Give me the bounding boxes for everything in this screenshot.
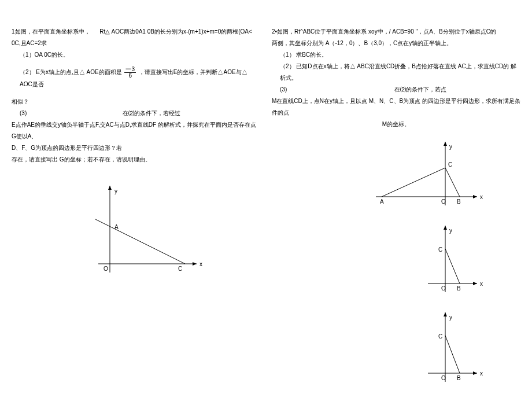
- p2-line2-text: 两侧，其坐标分别为 A（-12，0）、B（3,0），C点在y轴的正半轴上。: [272, 40, 452, 46]
- right-figure2-container: y x O B C: [272, 217, 520, 301]
- svg-text:C: C: [438, 246, 442, 253]
- p1-mid-text: Rt△ AOC两边0A1 0B的长分别为x-(m+1)x+m=0的两根(OA<: [99, 28, 252, 35]
- q2c-line2-text: M的坐标。: [382, 121, 410, 127]
- q2b-text: （2） 已知D点在x轴上，将△ ABC沿直线CD折叠，B点恰好落在直线 AC上，…: [280, 63, 516, 81]
- right-figure2-svg: y x O B C: [370, 217, 486, 301]
- svg-text:B: B: [457, 285, 461, 292]
- svg-line-26: [445, 249, 460, 283]
- svg-text:x: x: [480, 194, 483, 200]
- q2a-text: （1） 求BC的长。: [280, 51, 327, 58]
- svg-text:y: y: [449, 314, 452, 321]
- q1c-line1: E点作AE的垂线交y轴负半轴于点F,交AC与点D,求直线DF 的解析式，并探究在…: [12, 119, 260, 142]
- svg-text:C: C: [438, 333, 442, 340]
- svg-text:A: A: [380, 198, 384, 205]
- svg-marker-33: [473, 371, 477, 375]
- q1c-label-line: (3) 在⑵的条件下，若经过: [12, 108, 260, 119]
- svg-text:C: C: [448, 161, 452, 168]
- fraction-denominator: 6: [124, 73, 136, 79]
- q1a-line: （1）OA 0C的长。: [12, 49, 260, 61]
- svg-text:y: y: [449, 227, 452, 234]
- q1b-similar-text: 相似？: [12, 98, 29, 105]
- svg-text:O: O: [441, 375, 446, 381]
- q2c-line1: M在直线CD上，点N在y轴上，且以点 M、N、C、B为顶点 的四边形是平行四边形…: [272, 95, 520, 119]
- p1-end-text: 0C,且AC=2求: [12, 40, 47, 46]
- svg-line-14: [382, 168, 445, 197]
- right-figure1-svg: y x O A B C: [370, 133, 486, 214]
- problem2-intro: 2•如图，Rt^ABC位于平面直角坐标系 xoy中，/ ACB=90 ''，点A…: [272, 26, 520, 38]
- left-figure-svg: y x O A C: [64, 171, 208, 293]
- svg-marker-13: [444, 142, 447, 146]
- p1-end-line: 0C,且AC=2求: [12, 38, 260, 49]
- q2c-label: (3): [280, 86, 287, 93]
- right-figure3-svg: y x O B C: [370, 304, 486, 391]
- p1-intro-text: 1如图，在平面直角坐标系中，: [12, 28, 90, 35]
- svg-marker-11: [473, 195, 477, 198]
- right-figure3-container: y x O B C: [272, 304, 520, 391]
- page-container: 1如图，在平面直角坐标系中， Rt△ AOC两边0A1 0B的长分别为x-(m+…: [0, 0, 532, 394]
- q2a-line: （1） 求BC的长。: [272, 49, 520, 61]
- right-figure1-container: y x O A B C: [272, 133, 520, 214]
- q2c-text: 在⑵的条件下，若点: [394, 86, 446, 93]
- svg-marker-3: [108, 186, 112, 190]
- svg-text:C: C: [178, 266, 182, 272]
- left-figure-container: y x O A C: [12, 171, 260, 293]
- svg-text:A: A: [114, 224, 119, 230]
- svg-text:y: y: [114, 188, 117, 194]
- svg-text:x: x: [480, 370, 483, 377]
- problem1-intro: 1如图，在平面直角坐标系中， Rt△ AOC两边0A1 0B的长分别为x-(m+…: [12, 26, 260, 38]
- q1a-text: （1）OA 0C的长。: [20, 51, 69, 58]
- q1b-pre-text: （2） E为x轴上的点,且△ AOE的面积是: [20, 69, 122, 75]
- svg-line-36: [445, 336, 460, 373]
- svg-text:B: B: [457, 375, 461, 381]
- q1c-line2-text: D、F、G为顶点的四边形是平行四边形？若: [12, 145, 122, 151]
- q1c-text: 在⑵的条件下，若经过: [123, 110, 180, 116]
- q1c-line3: 存在，请直接写出 G的坐标；若不存在，请说明理由。: [12, 154, 260, 165]
- svg-line-15: [445, 168, 460, 197]
- fraction: 一3 6: [124, 67, 136, 79]
- svg-text:y: y: [449, 143, 452, 150]
- q1b-line: （2） E为x轴上的点,且△ AOE的面积是 一3 6 ，请直接写出E的坐标，并…: [12, 67, 260, 90]
- p2-line2: 两侧，其坐标分别为 A（-12，0）、B（3,0），C点在y轴的正半轴上。: [272, 38, 520, 49]
- svg-text:x: x: [480, 281, 483, 287]
- right-column: 2•如图，Rt^ABC位于平面直角坐标系 xoy中，/ ACB=90 ''，点A…: [266, 26, 526, 391]
- svg-marker-1: [193, 262, 197, 266]
- svg-text:B: B: [457, 198, 461, 205]
- q1c-label: (3): [20, 110, 27, 116]
- q1c-line2: D、F、G为顶点的四边形是平行四边形？若: [12, 142, 260, 154]
- q1c-line3-text: 存在，请直接写出 G的坐标；若不存在，请说明理由。: [12, 156, 151, 163]
- q2c-line2: M的坐标。: [272, 119, 520, 130]
- q2c-label-line: (3) 在⑵的条件下，若点: [272, 84, 520, 95]
- svg-marker-23: [473, 282, 477, 285]
- svg-marker-35: [444, 312, 447, 316]
- q1b-similar-line: 相似？: [12, 96, 260, 108]
- q1c-line1-text: E点作AE的垂线交y轴负半轴于点F,交AC与点D,求直线DF 的解析式，并探究在…: [12, 121, 256, 139]
- svg-text:O: O: [104, 266, 108, 272]
- svg-text:x: x: [200, 261, 202, 267]
- spacer: [12, 90, 260, 96]
- svg-marker-25: [444, 226, 447, 230]
- svg-text:O: O: [441, 285, 446, 292]
- left-column: 1如图，在平面直角坐标系中， Rt△ AOC两边0A1 0B的长分别为x-(m+…: [6, 26, 266, 391]
- svg-text:O: O: [441, 198, 446, 205]
- spacer: [12, 61, 260, 67]
- q2c-line1-text: M在直线CD上，点N在y轴上，且以点 M、N、C、B为顶点 的四边形是平行四边形…: [272, 98, 520, 116]
- p2-intro-text: 2•如图，Rt^ABC位于平面直角坐标系 xoy中，/ ACB=90 ''，点A…: [272, 28, 496, 35]
- q2b-line: （2） 已知D点在x轴上，将△ ABC沿直线CD折叠，B点恰好落在直线 AC上，…: [272, 61, 520, 84]
- svg-line-4: [95, 219, 185, 264]
